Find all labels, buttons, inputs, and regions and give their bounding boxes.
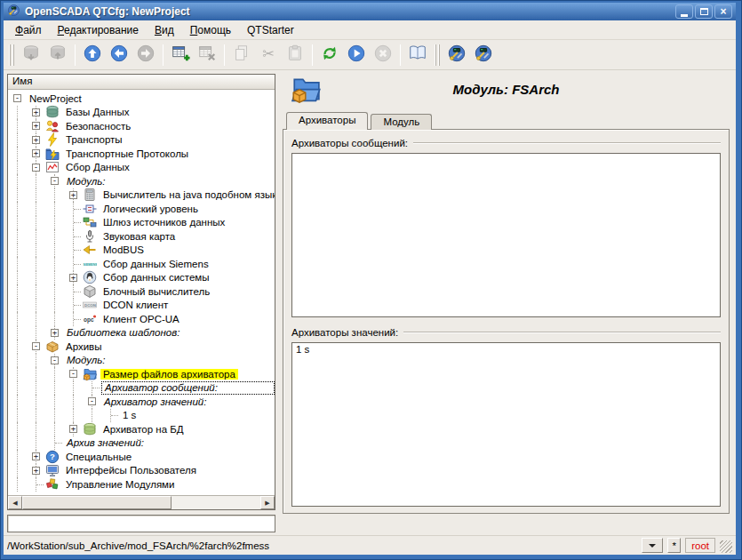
message-archivers-list[interactable] bbox=[291, 153, 721, 317]
tree-item[interactable]: -Архивы bbox=[8, 340, 275, 354]
tree-expander[interactable]: - bbox=[27, 161, 45, 175]
refresh-button[interactable] bbox=[316, 42, 343, 68]
tree-expander[interactable]: + bbox=[64, 188, 83, 203]
tree-item[interactable]: 1 s bbox=[8, 409, 275, 423]
tree-item[interactable]: +Транспорты bbox=[8, 133, 275, 148]
tree-item[interactable]: -NewProject bbox=[8, 92, 275, 106]
scrollbar-thumb[interactable] bbox=[22, 496, 172, 509]
tree-item[interactable]: Архиватор сообщений: bbox=[8, 381, 275, 396]
tree-expander[interactable]: + bbox=[27, 450, 45, 464]
tree-item[interactable]: -Модуль: bbox=[8, 174, 275, 188]
tree-item[interactable]: opcКлиент OPC-UA bbox=[8, 312, 275, 326]
scroll-left-button[interactable]: ◀ bbox=[8, 496, 22, 509]
back-button[interactable] bbox=[106, 42, 132, 68]
maximize-button[interactable] bbox=[695, 4, 713, 19]
tree-expander[interactable]: + bbox=[27, 464, 45, 478]
tree-item-label: Вычислитель на java подобном языке bbox=[100, 189, 275, 200]
chart-icon bbox=[45, 160, 60, 174]
manual-button[interactable] bbox=[404, 42, 431, 68]
tree-expander[interactable]: - bbox=[8, 94, 27, 102]
tree-item[interactable]: Управление Модулями bbox=[8, 477, 275, 492]
tree-expander[interactable]: - bbox=[45, 174, 64, 188]
tree-item[interactable]: -Модуль: bbox=[8, 354, 275, 368]
tree-expander[interactable]: + bbox=[27, 106, 45, 120]
start-button[interactable] bbox=[343, 42, 370, 68]
menu-item-1[interactable]: Редактирование bbox=[50, 20, 147, 39]
toolbar-separator bbox=[75, 44, 76, 66]
tree-item[interactable]: Шлюз источников данных bbox=[8, 216, 275, 230]
tree-item[interactable]: +Сбор данных системы bbox=[8, 271, 275, 285]
tree-connector bbox=[83, 381, 101, 396]
tree-item[interactable]: +Транспортные Протоколы bbox=[8, 147, 275, 161]
expand-icon: + bbox=[32, 149, 40, 157]
tree-item[interactable]: +Безопасность bbox=[8, 119, 275, 133]
tree-item[interactable]: ModBUS bbox=[8, 244, 275, 258]
minimize-button[interactable] bbox=[675, 4, 693, 19]
titlebar[interactable]: OpenSCADA QTCfg: NewProject × bbox=[4, 3, 736, 20]
tree-search-input[interactable] bbox=[7, 515, 275, 532]
tree-expander[interactable]: - bbox=[45, 354, 64, 368]
scrollbar-track[interactable] bbox=[172, 496, 260, 509]
tree-expander[interactable]: - bbox=[64, 367, 83, 381]
menu-item-0[interactable]: Файл bbox=[7, 20, 50, 39]
qtvision-launch-button[interactable] bbox=[470, 42, 497, 68]
tree-horizontal-scrollbar[interactable]: ◀ ▶ bbox=[8, 495, 275, 509]
tab-module[interactable]: Модуль bbox=[371, 114, 432, 130]
qtcfg-launch-button[interactable] bbox=[443, 42, 470, 68]
expand-icon: + bbox=[32, 136, 40, 144]
tree-item[interactable]: +Вычислитель на java подобном языке bbox=[8, 188, 275, 203]
menu-item-3[interactable]: Помощь bbox=[182, 20, 239, 39]
chevron-down-icon bbox=[649, 544, 656, 551]
toolbar-handle[interactable] bbox=[9, 44, 14, 66]
tree-item[interactable]: +Интерфейсы Пользователя bbox=[8, 464, 275, 478]
tree-item[interactable]: -Сбор Данных bbox=[8, 161, 275, 175]
tree-header[interactable]: Имя bbox=[8, 75, 275, 90]
tree-indent bbox=[8, 312, 27, 326]
tree-expander[interactable]: + bbox=[45, 326, 64, 340]
openscada-app-icon bbox=[7, 4, 20, 20]
toolbar-handle[interactable] bbox=[435, 44, 440, 66]
tree-item[interactable]: +?Специальные bbox=[8, 450, 275, 464]
tree-expander[interactable]: - bbox=[83, 395, 101, 409]
tree-item-label: Архиватор на БД bbox=[100, 424, 187, 435]
tree-item[interactable]: +Библиотека шаблонов: bbox=[8, 326, 275, 340]
tree-indent bbox=[27, 422, 45, 436]
list-item[interactable]: 1 s bbox=[292, 343, 720, 356]
scroll-right-button[interactable]: ▶ bbox=[260, 496, 275, 509]
tree-expander[interactable]: + bbox=[27, 119, 45, 133]
close-button[interactable]: × bbox=[714, 4, 732, 19]
tree-expander[interactable]: + bbox=[64, 271, 83, 285]
tree-indent bbox=[45, 422, 64, 436]
tree-expander[interactable]: + bbox=[64, 422, 83, 436]
tree-item[interactable]: Блочный вычислитель bbox=[8, 284, 275, 299]
tree-connector bbox=[64, 202, 83, 216]
tree-expander[interactable]: + bbox=[27, 133, 45, 148]
tree-indent bbox=[45, 367, 64, 381]
menu-item-2[interactable]: Вид bbox=[147, 20, 182, 39]
menu-item-4[interactable]: QTStarter bbox=[239, 20, 302, 39]
status-dropdown-button[interactable] bbox=[642, 538, 663, 553]
resize-grip[interactable] bbox=[720, 540, 732, 553]
tab-archivers[interactable]: Архиваторы bbox=[286, 112, 368, 130]
tree-item[interactable]: +Архиватор на БД bbox=[8, 422, 275, 436]
current-user-button[interactable]: root bbox=[685, 538, 715, 553]
tree-indent bbox=[8, 147, 27, 161]
tree-expander[interactable]: + bbox=[27, 147, 45, 161]
up-button[interactable] bbox=[79, 42, 106, 68]
tree-item[interactable]: Архив значений: bbox=[8, 436, 275, 451]
tree-indent bbox=[8, 340, 27, 354]
tree-item[interactable]: Звуковая карта bbox=[8, 229, 275, 244]
tree-item[interactable]: DCONDCON клиент bbox=[8, 299, 275, 313]
play-icon bbox=[347, 44, 366, 67]
tree-item[interactable]: SIEMENSСбор данных Siemens bbox=[8, 257, 275, 271]
expand-icon: + bbox=[69, 191, 77, 199]
message-archivers-label: Архиваторы сообщений: bbox=[291, 138, 408, 148]
tree-item[interactable]: -Архиватор значений: bbox=[8, 395, 275, 409]
tree-item[interactable]: -Размер файлов архиватора bbox=[8, 367, 275, 381]
copy-icon bbox=[232, 44, 251, 67]
tree-item[interactable]: +Базы Данных bbox=[8, 106, 275, 120]
value-archivers-list[interactable]: 1 s bbox=[291, 342, 721, 507]
add-item-button[interactable] bbox=[167, 42, 194, 68]
tree-item[interactable]: Логический уровень bbox=[8, 202, 275, 216]
tree-expander[interactable]: - bbox=[27, 340, 45, 354]
